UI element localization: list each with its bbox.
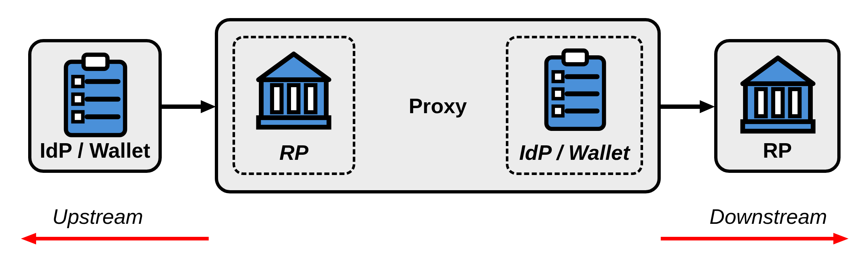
arrow-center-to-right xyxy=(661,99,715,114)
upstream-label: Upstream xyxy=(52,204,143,229)
svg-rect-2 xyxy=(73,77,83,86)
svg-rect-18 xyxy=(553,72,563,82)
proxy-inner-idp-box: IdP / Wallet xyxy=(506,36,643,175)
svg-marker-35 xyxy=(833,233,849,244)
svg-marker-25 xyxy=(700,100,715,113)
bank-icon xyxy=(737,50,819,139)
svg-rect-28 xyxy=(743,122,813,131)
svg-rect-31 xyxy=(790,89,799,116)
svg-rect-22 xyxy=(553,106,563,116)
svg-rect-20 xyxy=(553,89,563,99)
proxy-inner-rp-label: RP xyxy=(235,140,353,165)
svg-marker-10 xyxy=(259,54,329,80)
arrow-left-to-center xyxy=(162,99,216,114)
rp-label: RP xyxy=(717,138,837,162)
svg-marker-26 xyxy=(743,58,813,84)
svg-rect-17 xyxy=(564,51,587,64)
svg-rect-1 xyxy=(83,55,107,69)
idp-wallet-box: IdP / Wallet xyxy=(28,39,162,173)
upstream-arrow xyxy=(21,231,209,246)
clipboard-icon xyxy=(60,51,131,140)
svg-rect-29 xyxy=(756,89,766,116)
rp-box: RP xyxy=(714,39,841,173)
svg-rect-30 xyxy=(773,89,782,116)
downstream-label: Downstream xyxy=(709,204,827,229)
diagram-canvas: IdP / Wallet RP Proxy xyxy=(0,0,868,256)
proxy-box: RP Proxy IdP / Wallet xyxy=(215,18,661,193)
downstream-arrow xyxy=(661,231,849,246)
svg-marker-9 xyxy=(201,100,216,113)
bank-icon xyxy=(253,46,334,135)
clipboard-icon xyxy=(541,47,609,133)
idp-wallet-label: IdP / Wallet xyxy=(31,138,159,162)
proxy-inner-idp-label: IdP / Wallet xyxy=(508,140,641,165)
svg-marker-33 xyxy=(21,233,36,244)
svg-rect-6 xyxy=(73,112,83,121)
svg-rect-12 xyxy=(259,118,329,127)
svg-rect-4 xyxy=(73,94,83,104)
